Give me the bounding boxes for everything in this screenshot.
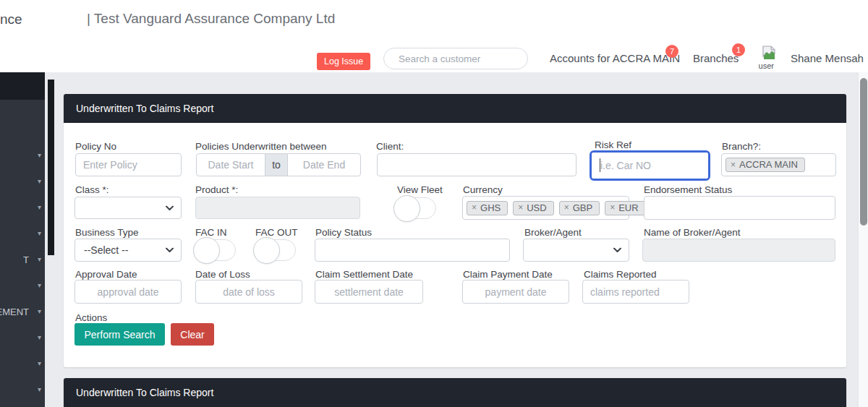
log-issue-button[interactable]: Log Issue: [317, 53, 370, 70]
remove-tag-icon[interactable]: ×: [518, 202, 523, 213]
fac-out-label: FAC OUT: [255, 227, 298, 238]
underwritten-between-label: Policies Underwritten between: [195, 141, 327, 152]
remove-tag-icon[interactable]: ×: [472, 202, 477, 213]
sidebar-menu-item[interactable]: ▾: [0, 326, 45, 352]
approval-date-input[interactable]: [75, 280, 182, 304]
product-label: Product *:: [195, 184, 238, 195]
broker-name-input: [642, 239, 835, 262]
clear-button[interactable]: Clear: [171, 323, 214, 346]
chevron-down-icon: ▾: [38, 385, 41, 393]
broken-image-icon: [761, 45, 777, 61]
claims-reported-input[interactable]: [582, 280, 689, 304]
sidebar: ▾ ▾ ▾ ▾ T ▾ ▾ EMENT ▾ ▾: [0, 72, 45, 407]
panel-title: Underwritten To Claims Report: [76, 387, 213, 398]
policy-status-input[interactable]: [315, 239, 510, 262]
nav-branches-link[interactable]: Branches: [693, 52, 739, 64]
date-end-input[interactable]: [287, 153, 361, 176]
actions-label: Actions: [75, 312, 107, 323]
text-cursor: [600, 158, 600, 172]
branch-multiselect[interactable]: ×ACCRA MAIN: [721, 153, 836, 176]
sidebar-menu-item[interactable]: ▾: [0, 222, 45, 248]
sidebar-menu-item[interactable]: ▾: [0, 196, 45, 222]
nav-accounts-link[interactable]: Accounts for ACCRA MAIN: [550, 52, 680, 64]
user-avatar-broken-image-icon[interactable]: user: [758, 45, 780, 71]
accounts-count-badge: 7: [665, 45, 678, 58]
currency-chip-text: USD: [527, 202, 546, 213]
sidebar-menu-item[interactable]: ▾: [0, 378, 45, 404]
fac-in-label: FAC IN: [195, 227, 227, 238]
broker-agent-select[interactable]: [523, 239, 629, 262]
sidebar-menu-item[interactable]: ▾: [0, 144, 45, 170]
currency-multiselect[interactable]: ×GHS×USD×GBP×EUR: [462, 196, 629, 220]
view-fleet-toggle[interactable]: [394, 197, 436, 219]
sidebar-menu: ▾ ▾ ▾ ▾ T ▾ ▾ EMENT ▾ ▾: [0, 144, 45, 404]
company-title: | Test Vanguard Assurance Company Ltd: [87, 11, 335, 27]
claim-settlement-date-label: Claim Settlement Date: [315, 269, 413, 280]
sidebar-menu-item[interactable]: EMENT ▾: [0, 300, 45, 326]
chevron-down-icon: ▾: [38, 151, 41, 159]
date-range-separator: to: [265, 153, 287, 176]
claim-settlement-date-input[interactable]: [315, 280, 423, 304]
endorsement-status-input[interactable]: [644, 196, 835, 220]
user-name: Shane Mensah: [791, 52, 864, 64]
date-of-loss-label: Date of Loss: [195, 269, 250, 280]
sidebar-item-label: T: [23, 254, 29, 265]
currency-chip: ×EUR: [605, 201, 645, 215]
currency-chip: ×USD: [513, 201, 553, 215]
sidebar-menu-item[interactable]: ▾: [0, 352, 45, 378]
panel-title: Underwritten To Claims Report: [76, 103, 213, 114]
page-scrollbar-thumb[interactable]: [860, 78, 867, 226]
remove-tag-icon[interactable]: ×: [564, 202, 569, 213]
perform-search-button[interactable]: Perform Search: [75, 323, 165, 346]
sidebar-item-label: EMENT: [0, 307, 29, 317]
remove-tag-icon[interactable]: ×: [731, 160, 736, 170]
fac-in-toggle[interactable]: [194, 239, 236, 261]
product-input: [195, 197, 360, 219]
chevron-down-icon: ▾: [38, 177, 41, 185]
claim-payment-date-input[interactable]: [462, 280, 569, 304]
chevron-down-icon: ▾: [38, 359, 41, 367]
toggle-knob: [393, 195, 420, 222]
branch-tag-chip: ×ACCRA MAIN: [726, 158, 805, 172]
currency-chip-text: GHS: [480, 202, 501, 213]
business-type-select[interactable]: --Select --: [75, 239, 182, 262]
currency-chip-text: GBP: [573, 202, 592, 213]
class-label: Class *:: [75, 184, 109, 195]
remove-tag-icon[interactable]: ×: [610, 202, 615, 213]
sidebar-scrollbar-thumb[interactable]: [48, 80, 54, 255]
policy-no-input[interactable]: [75, 153, 182, 176]
branch-tag-text: ACCRA MAIN: [739, 159, 798, 170]
chevron-down-icon: ▾: [38, 307, 41, 315]
fac-out-toggle[interactable]: [254, 239, 296, 261]
policy-no-label: Policy No: [75, 141, 116, 152]
currency-chip: ×GHS: [467, 201, 508, 215]
currency-chip: ×GBP: [559, 201, 600, 215]
approval-date-label: Approval Date: [75, 269, 137, 280]
sidebar-menu-item[interactable]: ▾: [0, 170, 45, 196]
claims-report-filter-panel: Underwritten To Claims Report Policy No …: [64, 94, 846, 367]
chevron-down-icon: [613, 248, 621, 253]
risk-ref-input[interactable]: [592, 153, 708, 179]
chevron-down-icon: ▾: [38, 229, 41, 237]
class-select[interactable]: [75, 197, 182, 219]
logo-text-fragment: nce: [0, 12, 22, 27]
sidebar-menu-item[interactable]: T ▾: [0, 248, 45, 274]
claims-reported-label: Claims Reported: [584, 269, 657, 280]
customer-search-input[interactable]: [383, 48, 528, 69]
broker-name-label: Name of Broker/Agent: [644, 227, 741, 238]
date-start-input[interactable]: [196, 153, 265, 176]
sidebar-menu-item[interactable]: ▾: [0, 274, 45, 300]
broker-agent-label: Broker/Agent: [524, 227, 582, 238]
page-scrollbar[interactable]: [858, 72, 868, 407]
claims-report-results-panel: Underwritten To Claims Report: [64, 378, 846, 407]
date-of-loss-input[interactable]: [195, 280, 302, 304]
panel-header: Underwritten To Claims Report: [64, 378, 846, 407]
topbar: nce | Test Vanguard Assurance Company Lt…: [0, 0, 868, 72]
currency-label: Currency: [463, 184, 503, 195]
user-menu[interactable]: Shane Mensah▾: [791, 52, 868, 64]
underwritten-between-group: to: [196, 153, 361, 176]
endorsement-status-label: Endorsement Status: [644, 184, 732, 195]
risk-ref-focus-ring: [590, 150, 710, 181]
business-type-label: Business Type: [75, 227, 139, 238]
client-input[interactable]: [377, 153, 576, 176]
